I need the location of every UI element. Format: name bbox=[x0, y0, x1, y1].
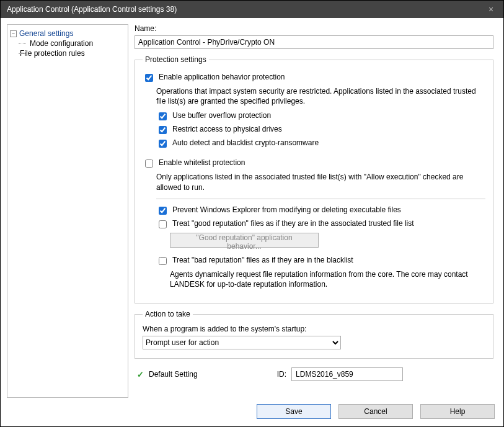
action-legend: Action to take bbox=[143, 310, 193, 318]
action-group: Action to take When a program is added t… bbox=[135, 310, 493, 359]
protection-settings-group: Protection settings Enable application b… bbox=[135, 55, 493, 303]
good-rep-label: Treat "good reputation" files as if they… bbox=[172, 219, 414, 228]
buffer-overflow-label: Use buffer overflow protection bbox=[172, 111, 271, 120]
auto-blacklist-checkbox[interactable] bbox=[159, 140, 167, 148]
dialog-footer: Save Cancel Help bbox=[1, 398, 503, 426]
help-button[interactable]: Help bbox=[420, 404, 495, 419]
good-rep-checkbox[interactable] bbox=[159, 220, 167, 228]
startup-action-select[interactable]: Prompt user for action bbox=[143, 336, 341, 349]
name-label: Name: bbox=[135, 24, 493, 33]
status-row: ✓ Default Setting ID: bbox=[137, 367, 493, 381]
cancel-button[interactable]: Cancel bbox=[338, 404, 413, 419]
enable-behavior-desc: Operations that impact system security a… bbox=[156, 86, 485, 106]
tree-node-file-protection[interactable]: File protection rules bbox=[10, 48, 125, 58]
titlebar: Application Control (Application Control… bbox=[1, 1, 503, 18]
main-panel: Name: Protection settings Enable applica… bbox=[135, 24, 497, 398]
dialog-body: − General settings Mode configuration Fi… bbox=[1, 18, 503, 398]
settings-tree[interactable]: − General settings Mode configuration Fi… bbox=[7, 24, 128, 398]
whitelist-desc: Only applications listed in the associat… bbox=[156, 172, 485, 192]
prevent-explorer-checkbox[interactable] bbox=[159, 207, 167, 215]
tree-label-mode: Mode configuration bbox=[30, 39, 93, 48]
dialog-window: Application Control (Application Control… bbox=[0, 0, 504, 427]
auto-blacklist-label: Auto detect and blacklist crypto-ransomw… bbox=[172, 138, 319, 147]
bad-rep-desc: Agents dynamically request file reputati… bbox=[170, 269, 485, 289]
enable-behavior-checkbox[interactable] bbox=[145, 74, 153, 82]
check-icon: ✓ bbox=[137, 370, 144, 379]
tree-label-fileprot: File protection rules bbox=[20, 49, 85, 58]
enable-behavior-label: Enable application behavior protection bbox=[159, 73, 285, 81]
buffer-overflow-checkbox[interactable] bbox=[159, 112, 167, 120]
good-rep-behavior-button[interactable]: "Good reputation" application behavior..… bbox=[170, 233, 319, 248]
restrict-drives-checkbox[interactable] bbox=[159, 126, 167, 134]
prevent-explorer-label: Prevent Windows Explorer from modifying … bbox=[172, 205, 401, 214]
whitelist-checkbox[interactable] bbox=[145, 160, 153, 168]
close-icon[interactable]: × bbox=[485, 4, 497, 14]
name-input[interactable] bbox=[135, 35, 493, 49]
restrict-drives-label: Restrict access to physical drives bbox=[172, 125, 282, 133]
id-label: ID: bbox=[277, 370, 286, 379]
action-prompt-label: When a program is added to the system's … bbox=[143, 325, 485, 333]
default-setting-label: Default Setting bbox=[149, 370, 198, 379]
tree-node-general[interactable]: − General settings bbox=[10, 29, 125, 38]
bad-rep-label: Treat "bad reputation" files as if they … bbox=[172, 256, 353, 264]
bad-rep-checkbox[interactable] bbox=[159, 257, 167, 265]
whitelist-label: Enable whitelist protection bbox=[159, 158, 245, 167]
tree-label-general: General settings bbox=[19, 29, 73, 38]
save-button[interactable]: Save bbox=[257, 404, 331, 419]
protection-legend: Protection settings bbox=[143, 55, 209, 64]
tree-node-mode-config[interactable]: Mode configuration bbox=[10, 38, 125, 48]
id-field[interactable] bbox=[291, 367, 403, 381]
tree-toggle-icon[interactable]: − bbox=[10, 30, 17, 37]
window-title: Application Control (Application Control… bbox=[7, 5, 485, 14]
separator bbox=[156, 199, 485, 199]
